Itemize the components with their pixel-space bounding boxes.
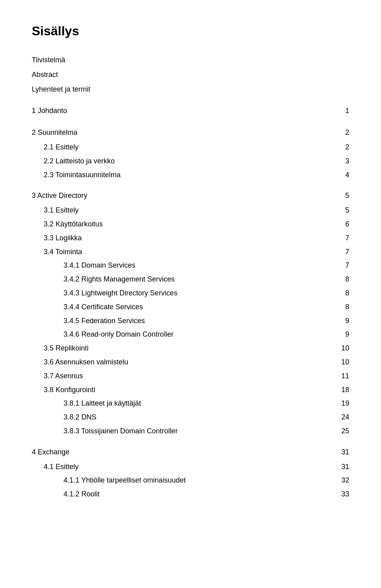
toc-item-label: 2.3 Toimintasuunnitelma xyxy=(44,169,333,181)
toc-item-page: 32 xyxy=(333,475,349,486)
list-item: 3.6 Asennuksen valmistelu10 xyxy=(32,356,349,368)
toc-item-page: 4 xyxy=(333,169,349,181)
toc-item-label: 2.1 Esittely xyxy=(44,142,333,153)
list-item: 3.8 Konfigurointi18 xyxy=(32,384,349,396)
list-item: Abstract xyxy=(32,69,349,80)
list-item: Tiivistelmä xyxy=(32,54,349,66)
toc-item-page: 24 xyxy=(333,412,349,423)
list-item: Lyhenteet ja termit xyxy=(32,84,349,95)
toc-item-page: 9 xyxy=(333,329,349,340)
list-item: 3.4 Toiminta7 xyxy=(32,246,349,258)
toc-item-page: 18 xyxy=(333,384,349,396)
toc-item-label: 3.4.5 Federation Services xyxy=(64,315,333,327)
toc-item-label: Lyhenteet ja termit xyxy=(32,84,333,95)
table-of-contents: TiivistelmäAbstractLyhenteet ja termit1 … xyxy=(32,54,349,500)
list-item: 2.3 Toimintasuunnitelma4 xyxy=(32,169,349,181)
toc-item-label: 3.8.2 DNS xyxy=(64,412,333,423)
toc-item-label: 4.1.1 Yhtiölle tarpeelliset ominaisuudet xyxy=(64,475,333,486)
list-item: 3.8.3 Toissijainen Domain Controller25 xyxy=(32,425,349,437)
toc-item-label: 3.8 Konfigurointi xyxy=(44,384,333,396)
toc-item-label: 3.2 Käyttötarkoitus xyxy=(44,218,333,230)
list-item: 3.4.1 Domain Services7 xyxy=(32,260,349,271)
toc-item-label: 2.2 Laitteisto ja verkko xyxy=(44,155,333,167)
toc-item-label: 1 Johdanto xyxy=(32,105,333,117)
toc-item-label: 3.4 Toiminta xyxy=(44,246,333,258)
list-item: 2 Suunnitelma2 xyxy=(32,127,349,138)
toc-item-page: 19 xyxy=(333,398,349,409)
toc-item-page: 2 xyxy=(333,142,349,153)
toc-item-label: 3.7 Asennus xyxy=(44,370,333,382)
list-item: 3.8.1 Laitteet ja käyttäjät19 xyxy=(32,398,349,409)
toc-item-label: 3.4.6 Read-only Domain Controller xyxy=(64,329,333,340)
toc-item-label: 3 Active Directory xyxy=(32,190,333,201)
list-item: 3.8.2 DNS24 xyxy=(32,412,349,423)
toc-item-page: 6 xyxy=(333,218,349,230)
toc-spacer xyxy=(32,439,349,446)
toc-item-label: 3.8.3 Toissijainen Domain Controller xyxy=(64,425,333,437)
toc-item-label: 3.4.3 Lightweight Directory Services xyxy=(64,287,333,299)
toc-item-page: 31 xyxy=(333,446,349,458)
list-item: 3 Active Directory5 xyxy=(32,190,349,201)
list-item: 1 Johdanto1 xyxy=(32,105,349,117)
toc-item-page: 5 xyxy=(333,205,349,216)
toc-item-label: 4 Exchange xyxy=(32,446,333,458)
toc-item-page: 31 xyxy=(333,461,349,473)
toc-item-page: 7 xyxy=(333,246,349,258)
toc-spacer xyxy=(32,120,349,127)
toc-item-label: 3.4.2 Rights Management Services xyxy=(64,274,333,285)
toc-item-page: 10 xyxy=(333,343,349,354)
list-item: 3.1 Esittely5 xyxy=(32,205,349,216)
toc-item-label: 3.3 Logiikka xyxy=(44,232,333,244)
toc-item-page: 33 xyxy=(333,488,349,500)
list-item: 3.3 Logiikka7 xyxy=(32,232,349,244)
list-item: 3.4.2 Rights Management Services8 xyxy=(32,274,349,285)
page-title: Sisällys xyxy=(32,24,349,38)
list-item: 4.1 Esittely31 xyxy=(32,461,349,473)
list-item: 3.2 Käyttötarkoitus6 xyxy=(32,218,349,230)
toc-item-label: 4.1.2 Roolit xyxy=(64,488,333,500)
toc-spacer xyxy=(32,98,349,105)
list-item: 3.4.3 Lightweight Directory Services8 xyxy=(32,287,349,299)
list-item: 2.2 Laitteisto ja verkko3 xyxy=(32,155,349,167)
toc-item-label: Abstract xyxy=(32,69,333,80)
toc-item-page: 7 xyxy=(333,232,349,244)
list-item: 4.1.1 Yhtiölle tarpeelliset ominaisuudet… xyxy=(32,475,349,486)
toc-item-label: 4.1 Esittely xyxy=(44,461,333,473)
toc-item-page: 3 xyxy=(333,155,349,167)
list-item: 3.4.4 Certificate Services8 xyxy=(32,301,349,313)
toc-item-page: 5 xyxy=(333,190,349,201)
toc-item-page: 2 xyxy=(333,127,349,138)
toc-item-page: 11 xyxy=(333,370,349,382)
list-item: 3.5 Replikointi10 xyxy=(32,343,349,354)
toc-item-page: 8 xyxy=(333,301,349,313)
toc-item-label: 3.1 Esittely xyxy=(44,205,333,216)
toc-item-label: 3.5 Replikointi xyxy=(44,343,333,354)
list-item: 2.1 Esittely2 xyxy=(32,142,349,153)
toc-item-label: 3.4.1 Domain Services xyxy=(64,260,333,271)
toc-item-page: 8 xyxy=(333,274,349,285)
list-item: 3.7 Asennus11 xyxy=(32,370,349,382)
toc-item-page: 9 xyxy=(333,315,349,327)
toc-item-label: 3.4.4 Certificate Services xyxy=(64,301,333,313)
toc-item-label: 3.6 Asennuksen valmistelu xyxy=(44,356,333,368)
toc-item-page: 10 xyxy=(333,356,349,368)
toc-item-label: Tiivistelmä xyxy=(32,54,333,66)
toc-item-page: 7 xyxy=(333,260,349,271)
toc-item-label: 3.8.1 Laitteet ja käyttäjät xyxy=(64,398,333,409)
list-item: 4.1.2 Roolit33 xyxy=(32,488,349,500)
toc-item-page: 8 xyxy=(333,287,349,299)
list-item: 4 Exchange31 xyxy=(32,446,349,458)
list-item: 3.4.5 Federation Services9 xyxy=(32,315,349,327)
toc-item-page: 1 xyxy=(333,105,349,117)
toc-item-page: 25 xyxy=(333,425,349,437)
toc-item-label: 2 Suunnitelma xyxy=(32,127,333,138)
toc-spacer xyxy=(32,183,349,190)
list-item: 3.4.6 Read-only Domain Controller9 xyxy=(32,329,349,340)
